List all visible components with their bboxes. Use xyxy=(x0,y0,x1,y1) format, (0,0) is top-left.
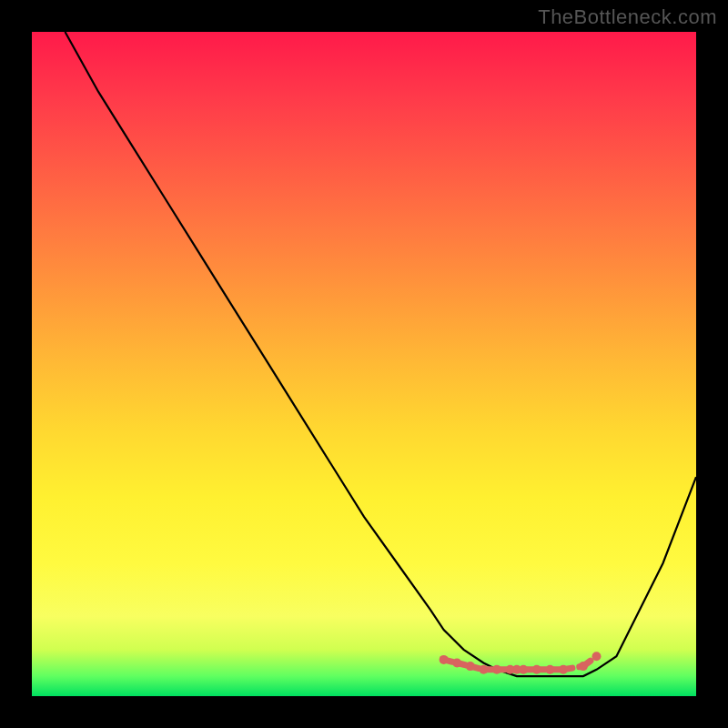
optimal-marker-segment xyxy=(583,656,597,666)
chart-plot-area xyxy=(32,32,696,696)
chart-svg xyxy=(32,32,696,696)
optimal-zone-markers xyxy=(440,652,602,674)
bottleneck-curve-line xyxy=(66,32,697,676)
watermark-text: TheBottleneck.com xyxy=(538,5,717,29)
